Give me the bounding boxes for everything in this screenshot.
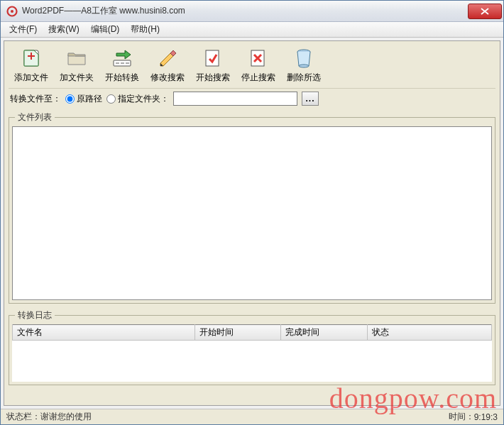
status-label: 状态栏： [6,411,40,423]
status-message: 谢谢您的使用 [40,411,92,423]
col-status[interactable]: 状态 [367,325,492,341]
tool-label: 添加文件 [14,72,48,84]
tool-label: 停止搜索 [241,72,275,84]
stop-search-button[interactable]: 停止搜索 [240,47,277,84]
delete-selected-button[interactable]: 删除所选 [285,47,322,84]
menu-help[interactable]: 帮助(H) [125,22,165,37]
delete-icon [292,47,316,70]
log-header-row: 文件名 开始时间 完成时间 状态 [13,325,492,341]
statusbar: 状态栏： 谢谢您的使用 时间： 9:19:3 [1,409,503,424]
destination-row: 转换文件至： 原路径 指定文件夹： ... [9,88,495,109]
menu-file[interactable]: 文件(F) [4,22,43,37]
tool-label: 开始转换 [105,72,139,84]
client-area: 添加文件 加文件夹 开始转换 修改搜索 [4,40,500,406]
file-list-fieldset: 文件列表 [9,111,495,304]
start-search-button[interactable]: 开始搜索 [195,47,231,84]
close-button[interactable] [468,4,502,19]
svg-point-13 [299,65,309,67]
menu-edit[interactable]: 编辑(D) [85,22,126,37]
col-finish-time[interactable]: 完成时间 [281,325,368,341]
dest-path-input[interactable] [173,92,297,106]
start-convert-button[interactable]: 开始转换 [104,47,141,84]
radio-specify-input[interactable] [106,94,116,104]
col-start-time[interactable]: 开始时间 [195,325,281,341]
edit-search-icon [155,47,180,70]
log-table: 文件名 开始时间 完成时间 状态 [12,324,492,341]
convert-icon [110,47,134,70]
svg-rect-5 [31,53,32,60]
file-list[interactable] [12,126,492,300]
tool-label: 加文件夹 [60,72,94,84]
col-filename[interactable]: 文件名 [13,325,195,341]
file-list-legend: 文件列表 [15,111,55,123]
tool-label: 删除所选 [287,72,321,84]
titlebar: Word2PDF——A8工作室 www.husini8.com [1,1,503,22]
radio-specify-label: 指定文件夹： [118,93,169,105]
svg-rect-10 [206,50,219,66]
svg-rect-8 [121,62,124,64]
svg-rect-9 [126,62,129,64]
browse-button[interactable]: ... [302,92,319,106]
menu-search[interactable]: 搜索(W) [43,22,84,37]
dest-label: 转换文件至： [10,93,61,105]
radio-original-path[interactable]: 原路径 [65,93,102,105]
add-file-icon [19,47,43,70]
app-icon [6,6,18,17]
menubar: 文件(F) 搜索(W) 编辑(D) 帮助(H) [1,22,503,38]
log-legend: 转换日志 [15,309,55,321]
modify-search-button[interactable]: 修改搜索 [149,47,186,84]
search-start-icon [201,47,225,70]
time-label: 时间： [449,411,474,423]
toolbar: 添加文件 加文件夹 开始转换 修改搜索 [9,45,495,88]
tool-label: 修改搜索 [150,72,185,84]
log-fieldset: 转换日志 文件名 开始时间 完成时间 状态 [9,309,495,385]
folder-icon [65,47,89,70]
window-title: Word2PDF——A8工作室 www.husini8.com [22,5,468,17]
svg-point-1 [11,10,13,13]
add-folder-button[interactable]: 加文件夹 [58,47,95,84]
app-window: Word2PDF——A8工作室 www.husini8.com 文件(F) 搜索… [0,0,504,425]
radio-specify-folder[interactable]: 指定文件夹： [106,93,169,105]
radio-original-label: 原路径 [77,93,102,105]
log-body[interactable] [12,341,492,382]
tool-label: 开始搜索 [196,72,230,84]
radio-original-input[interactable] [65,94,75,104]
time-value: 9:19:3 [474,412,498,422]
svg-rect-7 [116,62,119,64]
add-file-button[interactable]: 添加文件 [13,47,50,84]
search-stop-icon [246,47,270,70]
